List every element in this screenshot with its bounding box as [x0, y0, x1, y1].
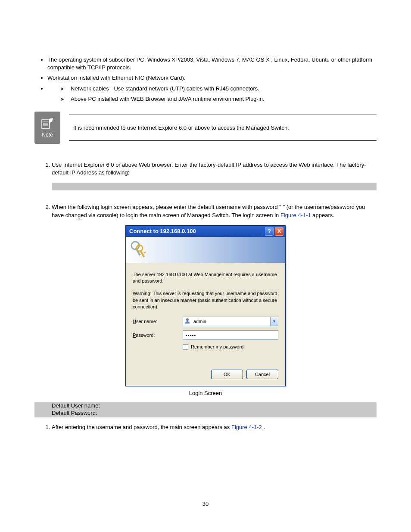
username-label: User name: [133, 319, 183, 324]
dialog-message: The server 192.168.0.100 at Web Manageme… [133, 271, 278, 285]
list-item: Above PC installed with WEB Browser and … [60, 95, 377, 103]
text: When the following login screen appears,… [52, 204, 242, 210]
defaults-bar: Default User name: Default Password: [34, 402, 377, 418]
list-item: Network cables - Use standard network (U… [47, 85, 377, 103]
username-input[interactable] [183, 317, 271, 326]
person-icon [184, 318, 190, 325]
svg-point-10 [186, 318, 189, 321]
sub-list: Network cables - Use standard network (U… [60, 85, 377, 103]
list-item: Workstation installed with Ethernet NIC … [47, 74, 377, 82]
note-block: Note It is recommended to use Internet E… [34, 112, 377, 144]
requirements-list: The operating system of subscriber PC: W… [39, 56, 377, 103]
figure-link[interactable]: Figure 4-1-2 [231, 424, 262, 430]
figure-link[interactable]: Figure 4-1-1 [280, 212, 311, 218]
list-item: The operating system of subscriber PC: W… [47, 56, 377, 72]
list-item: After entering the username and password… [52, 423, 377, 431]
note-icon: Note [34, 112, 60, 144]
page-number: 30 [34, 501, 377, 507]
cancel-button[interactable]: Cancel [246, 370, 278, 379]
login-dialog: Connect to 192.168.0.100 ? X The server … [125, 225, 286, 386]
password-label: Password: [133, 333, 183, 338]
svg-rect-9 [143, 251, 146, 253]
list-item: Network cables - Use standard network (U… [60, 85, 377, 93]
default-password: Default Password: [52, 410, 377, 417]
dialog-body: The server 192.168.0.100 at Web Manageme… [126, 263, 285, 386]
text: appears. [312, 212, 334, 218]
close-button[interactable]: X [275, 227, 283, 236]
dialog-warning: Warning: This server is requesting that … [133, 290, 278, 310]
text: After entering the username and password… [52, 424, 231, 430]
steps-list-b: After entering the username and password… [39, 423, 377, 431]
list-item: When the following login screen appears,… [52, 203, 377, 219]
password-input[interactable] [183, 330, 278, 340]
dialog-banner [126, 237, 285, 263]
remember-label: Remember my password [191, 344, 243, 349]
text: with password " [242, 204, 283, 210]
figure-caption: Login Screen [34, 390, 377, 396]
dialog-titlebar[interactable]: Connect to 192.168.0.100 ? X [126, 226, 285, 237]
help-button[interactable]: ? [265, 227, 274, 236]
ok-button[interactable]: OK [211, 370, 243, 379]
chevron-down-icon[interactable]: ▼ [271, 317, 278, 326]
dialog-title: Connect to 192.168.0.100 [129, 228, 196, 234]
svg-rect-0 [42, 120, 50, 128]
remember-checkbox[interactable] [183, 344, 188, 350]
keys-icon [130, 240, 150, 259]
default-username: Default User name: [52, 402, 377, 410]
svg-rect-8 [140, 250, 145, 258]
steps-list-a: Use Internet Explorer 6.0 or above Web b… [39, 161, 377, 177]
note-label: Note [42, 132, 53, 138]
ip-address-bar [52, 183, 377, 190]
steps-list-a2: When the following login screen appears,… [39, 203, 377, 219]
text: . [263, 424, 265, 430]
note-text: It is recommended to use Internet Explor… [69, 115, 377, 141]
list-item: Use Internet Explorer 6.0 or above Web b… [52, 161, 377, 177]
